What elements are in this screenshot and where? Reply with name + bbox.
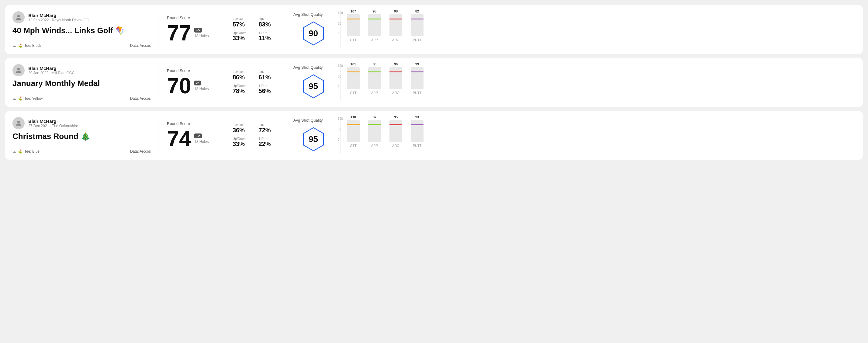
mid-section-1: Round Score 77 +5 18 Holes: [158, 11, 225, 48]
bar-fill-arg: [390, 20, 402, 36]
bar-label-ott: OTT: [350, 144, 356, 148]
score-badge-3: +2 18 Holes: [194, 133, 209, 144]
user-name-2: Blair McHarg: [28, 66, 74, 71]
mid-section-2: Round Score 70 -2 18 Holes: [158, 64, 225, 101]
left-section-2: Blair McHarg 29 Jan 2022 · Mill Ride GCC…: [12, 64, 158, 101]
bar-fill-app: [368, 127, 381, 142]
fw-hit-value-1: 57%: [232, 21, 253, 28]
bar-wrapper-app: [368, 120, 381, 142]
updown-value-2: 78%: [232, 88, 253, 95]
user-meta-1: 12 Feb 2022 · Royal North Devon GC: [28, 18, 89, 22]
user-row-1: Blair McHarg 12 Feb 2022 · Royal North D…: [12, 11, 151, 23]
hexagon-score-2: 95: [309, 82, 318, 91]
y-axis: 100 50 0: [338, 117, 343, 142]
bottom-row-2: ☁ ⛳ Tee: Yellow Data: Arccos: [12, 96, 151, 101]
score-number-3: 74: [167, 128, 191, 150]
bar-fill-putt: [411, 23, 424, 36]
bar-group-arg: 98 ARG: [390, 9, 402, 42]
bar-group-ott: 110 OTT: [347, 115, 360, 148]
user-row-3: Blair McHarg 27 Dec 2021 · The Oxfordshi…: [12, 117, 151, 129]
bar-group-arg: 96 ARG: [390, 62, 402, 95]
bar-label-putt: PUTT: [413, 38, 422, 42]
bar-group-app: 95 APP: [368, 9, 381, 42]
bar-wrapper-ott: [347, 120, 360, 142]
fw-hit-label-3: FW Hit: [232, 123, 253, 127]
bar-group-putt: 82 PUTT: [411, 9, 424, 42]
gir-stat-1: GIR 83%: [259, 17, 279, 28]
bar-line-putt: [411, 19, 424, 20]
fw-hit-value-2: 86%: [232, 74, 253, 81]
fw-hit-stat-3: FW Hit 36%: [232, 123, 253, 134]
hexagon-1: 90: [300, 20, 327, 47]
bar-label-arg: ARG: [392, 91, 400, 95]
quality-label-3: Avg Shot Quality: [293, 118, 323, 123]
score-diff-badge-3: +2: [194, 133, 202, 138]
fw-hit-stat-2: FW Hit 86%: [232, 70, 253, 81]
user-row-2: Blair McHarg 29 Jan 2022 · Mill Ride GCC: [12, 64, 151, 76]
bar-fill-arg: [390, 126, 402, 142]
bar-value-app: 95: [373, 9, 376, 13]
tee-info-3: ☁ ⛳ Tee: Blue: [12, 149, 39, 154]
user-meta-2: 29 Jan 2022 · Mill Ride GCC: [28, 71, 74, 75]
bar-line-ott: [347, 71, 360, 72]
bar-label-ott: OTT: [350, 91, 356, 95]
score-diff-badge-1: +5: [194, 28, 202, 33]
bottom-row-3: ☁ ⛳ Tee: Blue Data: Arccos: [12, 149, 151, 154]
fw-hit-label-1: FW Hit: [232, 17, 253, 21]
bar-value-ott: 107: [350, 9, 356, 13]
bar-value-putt: 99: [415, 62, 419, 66]
stats-grid-3: FW Hit 36% GIR 72% Up/Down 33% 1 Putt 22…: [232, 123, 278, 148]
y-axis: 100 50 0: [338, 11, 343, 36]
bar-fill-arg: [390, 73, 402, 89]
oneputt-value-2: 56%: [259, 88, 279, 95]
bar-value-ott: 101: [350, 62, 356, 66]
bar-value-arg: 95: [394, 115, 398, 119]
user-info-3: Blair McHarg 27 Dec 2021 · The Oxfordshi…: [28, 119, 78, 128]
quality-label-2: Avg Shot Quality: [293, 65, 323, 70]
bar-wrapper-app: [368, 67, 381, 89]
tee-label-2: Tee: Yellow: [24, 96, 42, 101]
bar-label-app: APP: [371, 38, 378, 42]
quality-section-1: Avg Shot Quality 90: [286, 11, 341, 48]
chart-section-3: 100 50 0 110 OTT 87 APP 95 ARG: [341, 117, 856, 154]
y-axis: 100 50 0: [338, 64, 343, 89]
left-section-3: Blair McHarg 27 Dec 2021 · The Oxfordshi…: [12, 117, 158, 154]
bar-group-putt: 93 PUTT: [411, 115, 424, 148]
oneputt-label-3: 1 Putt: [259, 137, 279, 141]
updown-label-2: Up/Down: [232, 84, 253, 88]
oneputt-label-1: 1 Putt: [259, 31, 279, 35]
bar-group-ott: 101 OTT: [347, 62, 360, 95]
avatar-2: [12, 64, 25, 76]
bar-value-arg: 98: [394, 9, 398, 13]
oneputt-label-2: 1 Putt: [259, 84, 279, 88]
score-diff-badge-2: -2: [194, 81, 201, 86]
bar-value-ott: 110: [350, 115, 356, 119]
oneputt-stat-2: 1 Putt 56%: [259, 84, 279, 95]
holes-label-3: 18 Holes: [194, 139, 209, 144]
user-name-1: Blair McHarg: [28, 13, 89, 18]
svg-point-2: [17, 121, 20, 123]
bar-label-app: APP: [371, 144, 378, 148]
user-info-2: Blair McHarg 29 Jan 2022 · Mill Ride GCC: [28, 66, 74, 75]
data-source-3: Data: Arccos: [130, 149, 151, 154]
svg-point-1: [17, 68, 20, 70]
round-score-label-1: Round Score: [167, 15, 216, 20]
gir-stat-3: GIR 72%: [259, 123, 279, 134]
bar-fill-putt: [411, 126, 424, 142]
score-number-1: 77: [167, 22, 191, 44]
bar-wrapper-app: [368, 14, 381, 36]
round-card-2: Blair McHarg 29 Jan 2022 · Mill Ride GCC…: [5, 58, 863, 107]
round-score-label-3: Round Score: [167, 121, 216, 126]
score-number-2: 70: [167, 75, 191, 97]
gir-label-1: GIR: [259, 17, 279, 21]
score-badge-1: +5 18 Holes: [194, 28, 209, 38]
bar-wrapper-arg: [390, 14, 402, 36]
bar-label-ott: OTT: [350, 38, 356, 42]
updown-value-3: 33%: [232, 141, 253, 148]
chart-section-1: 100 50 0 107 OTT 95 APP 98 ARG: [341, 11, 856, 48]
bar-label-putt: PUTT: [413, 91, 422, 95]
updown-label-1: Up/Down: [232, 31, 253, 35]
tee-label-1: Tee: Black: [24, 43, 41, 48]
cloud-icon-2: ☁: [12, 96, 16, 101]
gir-value-2: 61%: [259, 74, 279, 81]
